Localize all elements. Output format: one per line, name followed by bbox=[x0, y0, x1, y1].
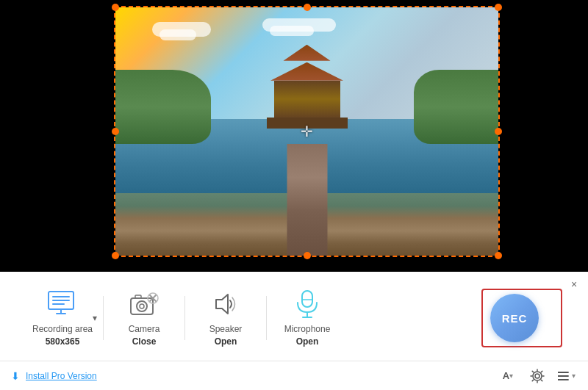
settings-button[interactable] bbox=[527, 366, 548, 386]
rec-label: REC bbox=[502, 312, 528, 325]
microphone-control[interactable]: Microphone Open bbox=[267, 284, 348, 352]
gear-icon bbox=[530, 369, 545, 383]
controls-row: Recording area 580x365 ▾ bbox=[0, 272, 588, 361]
svg-point-7 bbox=[137, 301, 147, 311]
microphone-icon bbox=[291, 288, 323, 320]
monitor-icon bbox=[46, 288, 79, 320]
camera-label: Camera Close bbox=[129, 323, 160, 348]
camera-icon bbox=[128, 288, 160, 320]
capture-region[interactable]: ✛ bbox=[114, 6, 500, 257]
photo-background bbox=[115, 7, 498, 256]
speaker-icon bbox=[209, 288, 242, 320]
svg-point-18 bbox=[535, 374, 539, 378]
handle-middle-left[interactable] bbox=[112, 128, 119, 135]
svg-point-8 bbox=[140, 304, 144, 308]
svg-marker-13 bbox=[216, 295, 228, 314]
menu-icon bbox=[558, 371, 571, 381]
install-pro-link[interactable]: Install Pro Version bbox=[26, 371, 97, 381]
text-button[interactable]: A ▾ bbox=[498, 366, 518, 386]
close-button[interactable]: × bbox=[567, 278, 581, 291]
speaker-control[interactable]: Speaker Open bbox=[185, 284, 266, 352]
dropdown-arrow-icon[interactable]: ▾ bbox=[93, 313, 97, 323]
svg-point-19 bbox=[533, 372, 542, 380]
microphone-label: Microphone Open bbox=[284, 323, 331, 348]
recording-area-label: Recording area 580x365 bbox=[32, 323, 93, 348]
toolbar: × Recording area 580x365 bbox=[0, 272, 588, 390]
text-dropdown-icon: ▾ bbox=[509, 372, 513, 380]
text-icon: A bbox=[503, 370, 509, 381]
handle-top-center[interactable] bbox=[304, 4, 311, 11]
camera-control[interactable]: Camera Close bbox=[104, 284, 184, 352]
handle-bottom-right[interactable] bbox=[495, 252, 502, 259]
handle-middle-right[interactable] bbox=[495, 128, 502, 135]
svg-rect-9 bbox=[135, 295, 141, 298]
status-icons: A ▾ ▾ bbox=[498, 366, 577, 386]
pier bbox=[287, 144, 327, 256]
handle-top-right[interactable] bbox=[495, 4, 502, 11]
rec-button[interactable]: REC bbox=[490, 294, 539, 342]
handle-top-left[interactable] bbox=[112, 4, 119, 11]
menu-button[interactable]: ▾ bbox=[556, 366, 577, 386]
status-bar: ⬇ Install Pro Version A ▾ bbox=[0, 361, 588, 390]
speaker-label: Speaker Open bbox=[209, 323, 243, 348]
handle-bottom-center[interactable] bbox=[304, 252, 311, 259]
rec-button-container: REC bbox=[481, 289, 562, 347]
canvas-area: ✛ bbox=[0, 0, 588, 272]
handle-bottom-left[interactable] bbox=[112, 252, 119, 259]
recording-area-control[interactable]: Recording area 580x365 ▾ bbox=[22, 284, 103, 352]
svg-rect-14 bbox=[302, 291, 312, 307]
download-icon: ⬇ bbox=[11, 370, 20, 382]
